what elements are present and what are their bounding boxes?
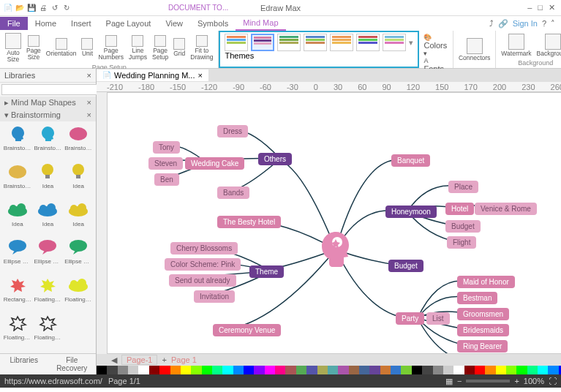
- color-swatch[interactable]: [380, 366, 391, 374]
- color-swatch[interactable]: [317, 366, 328, 374]
- mindmap-node[interactable]: Others: [258, 153, 292, 165]
- color-swatch[interactable]: [191, 366, 201, 374]
- color-swatch[interactable]: [159, 366, 170, 374]
- ribbon-btn-page-size[interactable]: Page Size: [24, 32, 43, 63]
- shape-item[interactable]: Floating S...: [34, 276, 63, 312]
- shape-item[interactable]: Rectangle...: [3, 276, 32, 312]
- print-icon[interactable]: 🖨: [38, 3, 48, 13]
- ribbon-btn-unit[interactable]: Unit: [79, 32, 95, 63]
- redo-icon[interactable]: ↻: [61, 3, 72, 13]
- shape-item[interactable]: Idea: [64, 200, 93, 237]
- color-swatch[interactable]: [538, 366, 548, 374]
- watermark-button[interactable]: Watermark: [499, 32, 533, 59]
- tab-page-layout[interactable]: Page Layout: [99, 17, 159, 30]
- mindmap-node[interactable]: Party: [396, 312, 424, 325]
- minimize-icon[interactable]: –: [527, 3, 532, 12]
- color-swatch[interactable]: [359, 366, 369, 374]
- color-swatch[interactable]: [222, 366, 233, 374]
- tab-home[interactable]: Home: [28, 17, 64, 30]
- color-swatch[interactable]: [138, 366, 148, 374]
- mindmap-node[interactable]: Budget: [388, 260, 423, 272]
- mindmap-node[interactable]: Flight: [447, 236, 476, 249]
- sign-in-link[interactable]: Sign In: [513, 19, 538, 28]
- mindmap-node[interactable]: Invitation: [194, 290, 235, 303]
- shape-item[interactable]: Floating S...: [34, 314, 63, 350]
- undo-icon[interactable]: ↺: [50, 3, 60, 13]
- colors-button[interactable]: 🎨 Colors ▾: [423, 34, 448, 57]
- mindmap-node[interactable]: Bestman: [457, 292, 497, 304]
- mindmap-node[interactable]: Ring Bearer: [457, 340, 508, 353]
- mindmap-node[interactable]: Place: [448, 181, 478, 193]
- shape-item[interactable]: Floating S...: [3, 314, 32, 350]
- color-swatch[interactable]: [233, 366, 244, 374]
- ribbon-btn-grid[interactable]: Grid: [171, 32, 187, 63]
- color-swatch[interactable]: [275, 366, 285, 374]
- color-swatch[interactable]: [401, 366, 411, 374]
- color-swatch[interactable]: [118, 366, 128, 374]
- color-swatch[interactable]: [170, 366, 181, 374]
- shape-item[interactable]: Ellipse Ca...: [3, 238, 32, 274]
- ribbon-btn-auto-size[interactable]: Auto Size: [3, 32, 23, 63]
- shape-item[interactable]: Idea: [34, 200, 63, 237]
- fit-icon[interactable]: ⛶: [549, 377, 557, 385]
- theme-swatch[interactable]: [383, 34, 406, 51]
- color-swatch[interactable]: [496, 366, 506, 374]
- zoom-in-icon[interactable]: +: [514, 377, 519, 385]
- color-swatch[interactable]: [328, 366, 338, 374]
- theme-swatch[interactable]: [304, 34, 327, 51]
- connectors-button[interactable]: Connectors: [456, 32, 492, 67]
- zoom-slider[interactable]: [466, 380, 510, 382]
- themes-more-icon[interactable]: ▾: [409, 38, 413, 48]
- mindmap-node[interactable]: Maid of Honor: [457, 276, 515, 288]
- collapse-ribbon-icon[interactable]: ˄: [551, 19, 555, 29]
- color-swatch[interactable]: [349, 366, 359, 374]
- color-swatch[interactable]: [254, 366, 264, 374]
- mindmap-node[interactable]: Budget: [445, 220, 481, 233]
- color-swatch[interactable]: [475, 366, 485, 374]
- color-swatch[interactable]: [338, 366, 348, 374]
- tab-file[interactable]: File: [0, 17, 28, 30]
- mindmap-node[interactable]: Venice & Rome: [475, 203, 537, 215]
- color-swatch[interactable]: [548, 366, 558, 374]
- shape-item[interactable]: Brainstor...: [34, 124, 63, 161]
- shape-item[interactable]: Ellipse Ca...: [34, 238, 63, 274]
- tab-insert[interactable]: Insert: [64, 17, 99, 30]
- tab-view[interactable]: View: [158, 17, 190, 30]
- color-swatch[interactable]: [369, 366, 380, 374]
- shape-item[interactable]: Brainstor...: [3, 124, 32, 161]
- shape-item[interactable]: Floating S...: [64, 276, 93, 312]
- mindmap-node[interactable]: Bands: [217, 186, 249, 199]
- help-icon[interactable]: ?: [542, 19, 546, 28]
- file-recovery-tab[interactable]: File Recovery: [48, 354, 97, 374]
- tab-close-icon[interactable]: ×: [197, 71, 202, 80]
- mindmap-node[interactable]: Groomsmen: [457, 308, 509, 320]
- color-swatch[interactable]: [443, 366, 453, 374]
- shape-item[interactable]: Ellipse Ca...: [64, 238, 93, 274]
- open-icon[interactable]: 📂: [15, 3, 25, 13]
- tab-symbols[interactable]: Symbols: [190, 17, 236, 30]
- share-icon[interactable]: ⤴: [489, 19, 494, 28]
- mindmap-node[interactable]: Hotel: [445, 203, 474, 215]
- drawing-canvas[interactable]: OthersDressWedding CakeTonyStevenBenBand…: [107, 92, 561, 354]
- mindmap-node[interactable]: Color Scheme: Pink: [165, 258, 241, 271]
- mindmap-node[interactable]: Cherry Blossoms: [170, 242, 238, 255]
- color-swatch[interactable]: [285, 366, 295, 374]
- shape-item[interactable]: Idea: [3, 200, 32, 237]
- color-swatch[interactable]: [265, 366, 275, 374]
- color-swatch[interactable]: [506, 366, 516, 374]
- mindmap-node[interactable]: Steven: [148, 157, 183, 170]
- mindmap-node[interactable]: Tony: [153, 141, 180, 154]
- link-icon[interactable]: 🔗: [498, 19, 508, 29]
- mindmap-node[interactable]: Honeymoon: [385, 206, 437, 218]
- color-swatch[interactable]: [202, 366, 212, 374]
- page-tab[interactable]: Page-1: [121, 355, 157, 365]
- mindmap-node[interactable]: Bridesmaids: [457, 324, 509, 336]
- close-icon[interactable]: ✕: [549, 3, 555, 12]
- prev-page-icon[interactable]: ◀: [111, 355, 117, 365]
- color-swatch[interactable]: [412, 366, 422, 374]
- add-page-icon[interactable]: +: [162, 355, 166, 364]
- color-swatch[interactable]: [433, 366, 443, 374]
- color-swatch[interactable]: [391, 366, 401, 374]
- color-swatch[interactable]: [485, 366, 495, 374]
- ribbon-btn-page-setup[interactable]: Page Setup: [150, 32, 170, 63]
